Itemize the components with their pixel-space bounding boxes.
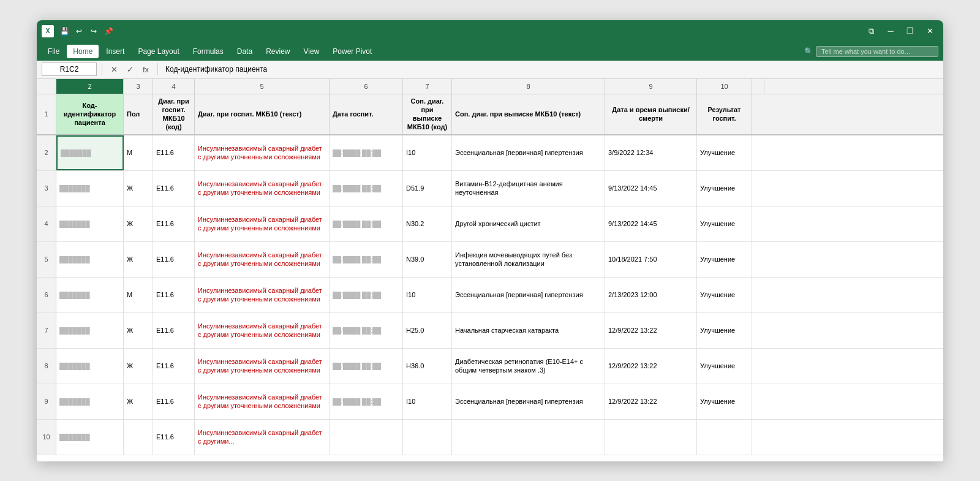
cell-r9-c9[interactable]: 12/9/2022 13:22 <box>605 384 697 419</box>
cell-r5-c4[interactable]: E11.6 <box>153 242 195 277</box>
cell-r4-c7[interactable]: N30.2 <box>403 206 452 241</box>
formula-input[interactable] <box>163 64 938 75</box>
cell-r9-c8[interactable]: Эссенциальная [первичная] гипертензия <box>452 384 605 419</box>
restore-button[interactable]: ❐ <box>902 25 919 38</box>
header-col-3[interactable]: Пол <box>124 94 153 134</box>
cell-r7-c6[interactable]: ██/████ ██:██ <box>330 313 403 348</box>
col-num-7[interactable]: 7 <box>403 79 452 94</box>
confirm-formula-button[interactable]: ✓ <box>123 62 137 76</box>
cell-r10-c10[interactable] <box>697 420 752 455</box>
cell-r8-c4[interactable]: E11.6 <box>153 349 195 384</box>
cell-r2-c4[interactable]: E11.6 <box>153 135 195 170</box>
cell-r5-c3[interactable]: Ж <box>124 242 153 277</box>
cell-r8-c8[interactable]: Диабетическая ретинопатия (E10-E14+ с об… <box>452 349 605 384</box>
cell-r2-c3[interactable]: М <box>124 135 153 170</box>
cell-r9-c5[interactable]: Инсулиннезависимый сахарный диабет с дру… <box>195 384 330 419</box>
cell-r6-c5[interactable]: Инсулиннезависимый сахарный диабет с дру… <box>195 278 330 312</box>
name-box[interactable] <box>42 62 97 76</box>
cell-r10-c5[interactable]: Инсулиннезависимый сахарный диабет с дру… <box>195 420 330 455</box>
cell-r3-c6[interactable]: ██/████ ██:██ <box>330 171 403 206</box>
cell-r2-c9[interactable]: 3/9/2022 12:34 <box>605 135 697 170</box>
cell-r4-c10[interactable]: Улучшение <box>697 206 752 241</box>
pin-button[interactable]: 📌 <box>102 25 115 38</box>
col-num-8[interactable]: 8 <box>452 79 605 94</box>
menu-power-pivot[interactable]: Power Pivot <box>326 45 378 58</box>
col-num-5[interactable]: 5 <box>195 79 330 94</box>
close-button[interactable]: ✕ <box>921 25 938 38</box>
cell-r3-c4[interactable]: E11.6 <box>153 171 195 206</box>
cell-r9-c7[interactable]: I10 <box>403 384 452 419</box>
cell-r7-c7[interactable]: H25.0 <box>403 313 452 348</box>
menu-review[interactable]: Review <box>260 45 296 58</box>
cell-r5-c9[interactable]: 10/18/2021 7:50 <box>605 242 697 277</box>
col-num-9[interactable]: 9 <box>605 79 697 94</box>
cell-r10-c6[interactable] <box>330 420 403 455</box>
menu-view[interactable]: View <box>298 45 326 58</box>
header-col-9[interactable]: Дата и время выписки/смерти <box>605 94 697 134</box>
cell-r6-c3[interactable]: М <box>124 278 153 312</box>
cell-r3-c9[interactable]: 9/13/2022 14:45 <box>605 171 697 206</box>
cell-r6-c8[interactable]: Эссенциальная [первичная] гипертензия <box>452 278 605 312</box>
cell-r9-c2[interactable]: ███████ <box>56 384 124 419</box>
cell-r2-c2[interactable]: ███████ <box>56 135 124 170</box>
minimize-button[interactable]: ─ <box>882 25 899 38</box>
cell-r2-c8[interactable]: Эссенциальная [первичная] гипертензия <box>452 135 605 170</box>
header-col-5[interactable]: Диаг. при госпит. МКБ10 (текст) <box>195 94 330 134</box>
cell-r3-c7[interactable]: D51.9 <box>403 171 452 206</box>
cell-r6-c9[interactable]: 2/13/2023 12:00 <box>605 278 697 312</box>
cell-r6-c7[interactable]: I10 <box>403 278 452 312</box>
cell-r4-c6[interactable]: ██/████ ██:██ <box>330 206 403 241</box>
cell-r9-c6[interactable]: ██/████ ██:██ <box>330 384 403 419</box>
search-input[interactable] <box>816 46 938 57</box>
cell-r9-c10[interactable]: Улучшение <box>697 384 752 419</box>
cell-r6-c10[interactable]: Улучшение <box>697 278 752 312</box>
cell-r9-c3[interactable]: Ж <box>124 384 153 419</box>
cell-r10-c4[interactable]: E11.6 <box>153 420 195 455</box>
cell-r8-c5[interactable]: Инсулиннезависимый сахарный диабет с дру… <box>195 349 330 384</box>
cell-r4-c4[interactable]: E11.6 <box>153 206 195 241</box>
cell-r4-c8[interactable]: Другой хронический цистит <box>452 206 605 241</box>
header-col-6[interactable]: Дата госпит. <box>330 94 403 134</box>
cell-r4-c5[interactable]: Инсулиннезависимый сахарный диабет с дру… <box>195 206 330 241</box>
save-button[interactable]: 💾 <box>58 25 71 38</box>
fx-button[interactable]: fx <box>139 62 153 76</box>
cell-r3-c2[interactable]: ███████ <box>56 171 124 206</box>
cell-r2-c6[interactable]: ██/████ ██:██ <box>330 135 403 170</box>
cell-r8-c7[interactable]: H36.0 <box>403 349 452 384</box>
menu-page-layout[interactable]: Page Layout <box>132 45 185 58</box>
cell-r5-c5[interactable]: Инсулиннезависимый сахарный диабет с дру… <box>195 242 330 277</box>
cell-r3-c3[interactable]: Ж <box>124 171 153 206</box>
cell-r7-c5[interactable]: Инсулиннезависимый сахарный диабет с дру… <box>195 313 330 348</box>
cell-r10-c7[interactable] <box>403 420 452 455</box>
cell-r2-c7[interactable]: I10 <box>403 135 452 170</box>
cell-r7-c4[interactable]: E11.6 <box>153 313 195 348</box>
cell-r2-c10[interactable]: Улучшение <box>697 135 752 170</box>
cell-r8-c6[interactable]: ██/████ ██:██ <box>330 349 403 384</box>
cell-r2-c5[interactable]: Инсулиннезависимый сахарный диабет с дру… <box>195 135 330 170</box>
cell-r4-c3[interactable]: Ж <box>124 206 153 241</box>
cell-r7-c10[interactable]: Улучшение <box>697 313 752 348</box>
redo-button[interactable]: ↪ <box>87 25 100 38</box>
cell-r5-c2[interactable]: ███████ <box>56 242 124 277</box>
cell-r5-c8[interactable]: Инфекция мочевыводящих путей без установ… <box>452 242 605 277</box>
cell-r8-c10[interactable]: Улучшение <box>697 349 752 384</box>
cell-r6-c2[interactable]: ███████ <box>56 278 124 312</box>
menu-insert[interactable]: Insert <box>100 45 130 58</box>
col-num-10[interactable]: 10 <box>697 79 752 94</box>
cell-r5-c7[interactable]: N39.0 <box>403 242 452 277</box>
header-col-2[interactable]: Код-идентификатор пациента <box>56 94 124 134</box>
cell-r5-c6[interactable]: ██/████ ██:██ <box>330 242 403 277</box>
menu-formulas[interactable]: Formulas <box>187 45 230 58</box>
cancel-formula-button[interactable]: ✕ <box>107 62 121 76</box>
cell-r10-c9[interactable] <box>605 420 697 455</box>
cell-r7-c8[interactable]: Начальная старческая катаракта <box>452 313 605 348</box>
undo-button[interactable]: ↩ <box>72 25 86 38</box>
cell-r3-c8[interactable]: Витамин-В12-дефицитная анемия неуточненн… <box>452 171 605 206</box>
col-num-2[interactable]: 2 <box>56 79 124 94</box>
header-col-8[interactable]: Соп. диаг. при выписке МКБ10 (текст) <box>452 94 605 134</box>
cell-r7-c3[interactable]: Ж <box>124 313 153 348</box>
header-col-7[interactable]: Соп. диаг. при выписке МКБ10 (код) <box>403 94 452 134</box>
restore-button2[interactable]: ⧉ <box>862 25 880 38</box>
cell-r7-c9[interactable]: 12/9/2022 13:22 <box>605 313 697 348</box>
menu-data[interactable]: Data <box>231 45 258 58</box>
